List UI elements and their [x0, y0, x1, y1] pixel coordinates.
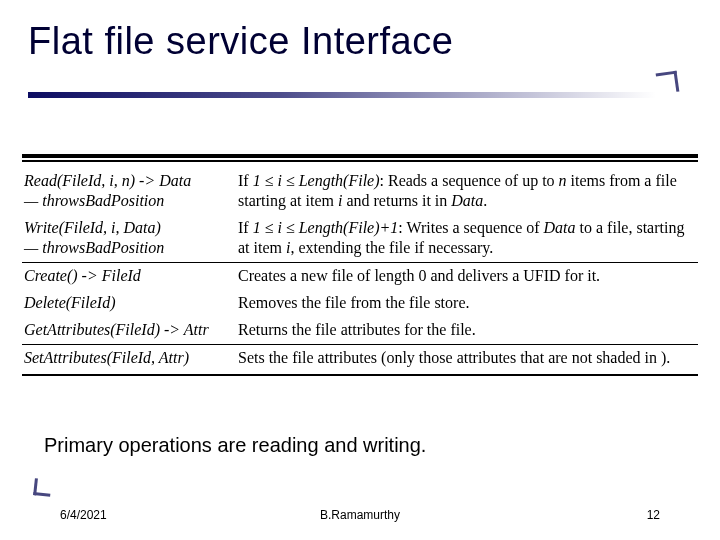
table-row: Delete(FileId)Removes the file from the … — [22, 290, 698, 317]
operation-description: Returns the file attributes for the file… — [236, 317, 698, 345]
operation-signature: GetAttributes(FileId) -> Attr — [22, 317, 236, 345]
summary-text: Primary operations are reading and writi… — [44, 434, 426, 457]
table-rule-top-thick — [22, 154, 698, 158]
table-rule-bottom — [22, 374, 698, 376]
table-row: GetAttributes(FileId) -> AttrReturns the… — [22, 317, 698, 345]
slide: Flat file service Interface Read(FileId,… — [0, 0, 720, 540]
slide-title: Flat file service Interface — [28, 20, 453, 63]
api-table-body: Read(FileId, i, n) -> Data— throwsBadPos… — [22, 168, 698, 372]
operation-description: If 1 ≤ i ≤ Length(File): Reads a sequenc… — [236, 168, 698, 215]
table-row: Write(FileId, i, Data)— throwsBadPositio… — [22, 215, 698, 263]
table-row: SetAttributes(FileId, Attr)Sets the file… — [22, 345, 698, 373]
api-table: Read(FileId, i, n) -> Data— throwsBadPos… — [22, 168, 698, 372]
corner-decor-bottom-left — [33, 478, 52, 497]
title-underline — [28, 92, 656, 98]
operation-signature: Create() -> FileId — [22, 263, 236, 291]
table-row: Read(FileId, i, n) -> Data— throwsBadPos… — [22, 168, 698, 215]
footer-author: B.Ramamurthy — [0, 508, 720, 522]
operation-description: Sets the file attributes (only those att… — [236, 345, 698, 373]
operation-signature: SetAttributes(FileId, Attr) — [22, 345, 236, 373]
operation-description: If 1 ≤ i ≤ Length(File)+1: Writes a sequ… — [236, 215, 698, 263]
operation-signature: Write(FileId, i, Data)— throwsBadPositio… — [22, 215, 236, 263]
footer-page-number: 12 — [647, 508, 660, 522]
corner-decor-top-right — [656, 71, 680, 95]
operation-signature: Read(FileId, i, n) -> Data— throwsBadPos… — [22, 168, 236, 215]
api-table-wrapper: Read(FileId, i, n) -> Data— throwsBadPos… — [22, 154, 698, 376]
operation-description: Creates a new file of length 0 and deliv… — [236, 263, 698, 291]
table-rule-top-thin — [22, 160, 698, 162]
table-row: Create() -> FileIdCreates a new file of … — [22, 263, 698, 291]
operation-signature: Delete(FileId) — [22, 290, 236, 317]
operation-description: Removes the file from the file store. — [236, 290, 698, 317]
